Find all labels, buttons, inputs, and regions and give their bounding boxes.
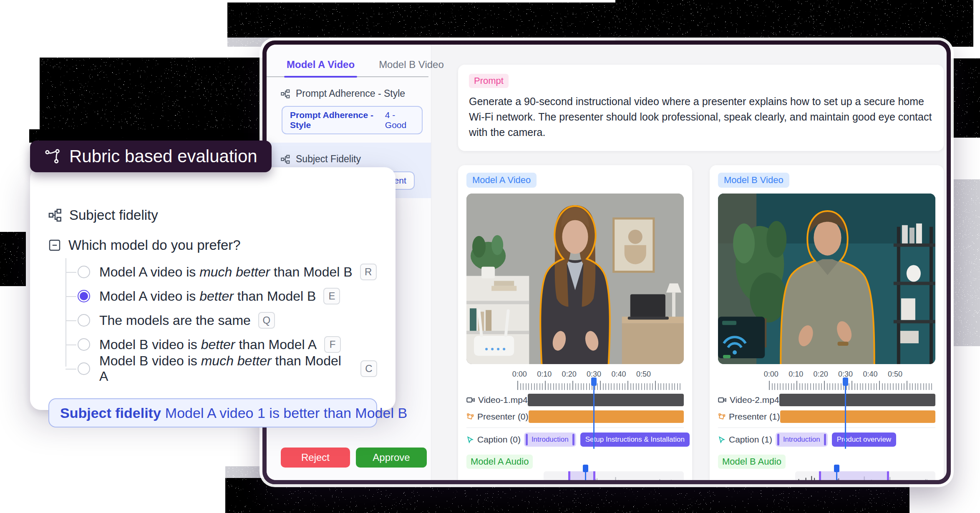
caption-chip[interactable]: Setup Instructions & Installation (580, 433, 690, 447)
prompt-text: Generate a 90-second instructional video… (469, 94, 933, 140)
model-b-card: Model B Video (710, 165, 944, 480)
presenter-track-bar[interactable] (529, 410, 684, 423)
comparison-content: Prompt Generate a 90-second instructiona… (431, 45, 947, 480)
page-background: Model A Video Model B Video Prompt Adher… (0, 0, 980, 513)
video-camera-icon (718, 396, 726, 404)
model-a-video-still (466, 194, 684, 364)
video-track-label: Video-2.mp4 (730, 395, 779, 405)
track-divider (466, 428, 684, 428)
prompt-card: Prompt Generate a 90-second instructiona… (458, 65, 944, 151)
caption-chip[interactable]: Product overview (832, 433, 896, 447)
model-a-video-badge: Model A Video (466, 173, 537, 188)
waveform-bars (545, 474, 682, 480)
timeline-tick-labels: 0:00 0:10 0:20 0:30 0:40 0:50 (769, 370, 935, 380)
track-divider (718, 428, 935, 428)
model-b-video-still (718, 194, 935, 364)
model-a-card: Model A Video (458, 165, 692, 480)
radio-button[interactable] (78, 362, 90, 375)
timeline-ticks (769, 383, 934, 390)
timeline-ticks (517, 383, 682, 390)
model-b-video-frame[interactable] (718, 194, 935, 364)
video-track-row: Video-1.mp4 (466, 392, 684, 408)
model-b-video-badge: Model B Video (718, 173, 789, 188)
video-camera-icon (466, 396, 475, 404)
video-track-row: Video-2.mp4 (718, 392, 935, 408)
waveform-selection[interactable] (568, 471, 595, 480)
audio-track-row: Audio-2.mp3 (718, 470, 935, 480)
shortcut-key-badge: R (360, 264, 377, 280)
video-tabs: Model A Video Model B Video (267, 45, 428, 77)
shortcut-key-badge: E (323, 288, 340, 304)
caption-track-label: Caption (1) (729, 435, 772, 445)
sidebar-item-prompt-adherence[interactable]: Prompt Adherence - Style Prompt Adherenc… (267, 77, 431, 143)
rubric-branch-icon (44, 148, 61, 165)
model-b-audio-badge: Model B Audio (718, 455, 786, 469)
popup-title: Rubric based evaluation (69, 146, 257, 166)
caption-track-row: Caption (1) Introduction Product overvie… (718, 430, 935, 449)
model-b-timeline: 0:00 0:10 0:20 0:30 0:40 0:50 (718, 370, 935, 449)
shortcut-key-badge: F (324, 336, 341, 353)
timeline-ruler[interactable]: 0:00 0:10 0:20 0:30 0:40 0:50 (517, 370, 684, 392)
popup-criterion-label: Subject fidelity (69, 207, 158, 223)
approve-button[interactable]: Approve (356, 448, 427, 468)
radio-button[interactable] (78, 290, 90, 302)
bounding-box-icon (718, 413, 726, 420)
audio-playhead[interactable] (836, 470, 837, 480)
waveform-selection[interactable] (819, 471, 889, 480)
bounding-box-icon (466, 413, 474, 420)
video-track-bar[interactable] (528, 394, 684, 406)
caption-track-row: Caption (0) Introduction Setup Instructi… (466, 430, 684, 449)
criterion-label: Prompt Adherence - Style (296, 88, 405, 99)
option-a-much-better[interactable]: Model A video is much better than Model … (48, 260, 377, 284)
preference-options: Model A video is much better than Model … (48, 260, 377, 381)
option-models-same[interactable]: The models are the same Q (48, 308, 377, 332)
caption-cursor-icon (718, 436, 726, 443)
tab-model-a-label: Model A Video (287, 59, 355, 70)
audio-playhead[interactable] (585, 470, 586, 480)
caption-chip[interactable]: Introduction (776, 433, 828, 447)
audio-waveform[interactable] (795, 471, 935, 480)
radio-button[interactable] (78, 266, 90, 278)
tab-model-b-label: Model B Video (379, 59, 444, 70)
timeline-ruler[interactable]: 0:00 0:10 0:20 0:30 0:40 0:50 (769, 370, 935, 392)
summary-criterion: Subject fidelity (60, 405, 161, 421)
timeline-tick-labels: 0:00 0:10 0:20 0:30 0:40 0:50 (517, 370, 684, 380)
model-a-video-frame[interactable] (466, 194, 684, 364)
rubric-popup: Rubric based evaluation Subject fidelity… (30, 141, 396, 410)
model-a-timeline: 0:00 0:10 0:20 0:30 0:40 0:50 (466, 370, 684, 449)
evaluation-summary-box: Subject fidelity Model A video 1 is bett… (48, 398, 377, 428)
option-b-much-better[interactable]: Model B video is much better than Model … (48, 357, 377, 381)
radio-button[interactable] (78, 314, 90, 327)
video-track-label: Video-1.mp4 (478, 395, 528, 405)
criterion-score-badge[interactable]: Prompt Adherence - Style4 - Good (282, 106, 423, 134)
tab-model-a-video[interactable]: Model A Video (287, 59, 355, 76)
video-track-bar[interactable] (779, 394, 935, 406)
audio-waveform[interactable] (544, 471, 684, 480)
workflow-node-icon (48, 209, 62, 222)
timeline-playhead[interactable] (845, 382, 846, 449)
caption-cursor-icon (466, 436, 474, 443)
popup-header: Rubric based evaluation (30, 141, 272, 172)
workflow-node-icon (281, 89, 290, 98)
timeline-playhead[interactable] (593, 382, 595, 449)
reject-button[interactable]: Reject (281, 448, 350, 468)
presenter-track-bar[interactable] (780, 410, 935, 423)
popup-card: Subject fidelity Which model do you pref… (30, 167, 396, 410)
presenter-track-label: Presenter (1) (729, 412, 780, 422)
caption-chip[interactable]: Introduction (524, 433, 576, 447)
audio-track-row: Audio-1.mp3 (466, 470, 684, 480)
shortcut-key-badge: C (360, 360, 377, 377)
summary-text: Model A video 1 is better than Model B (165, 405, 407, 421)
option-a-better[interactable]: Model A video is better than Model B E (48, 284, 377, 308)
prompt-badge: Prompt (469, 74, 509, 88)
collapse-minus-icon[interactable] (48, 239, 61, 251)
radio-button[interactable] (78, 338, 90, 351)
caption-track-label: Caption (0) (477, 435, 521, 445)
model-a-audio-badge: Model A Audio (466, 455, 533, 469)
tab-model-b-video[interactable]: Model B Video (379, 59, 444, 76)
review-actions: Reject Approve (281, 448, 427, 468)
presenter-track-label: Presenter (0) (477, 412, 529, 422)
shortcut-key-badge: Q (258, 312, 275, 329)
presenter-track-row: Presenter (0) (466, 408, 684, 425)
popup-question-label: Which model do you prefer? (68, 237, 241, 253)
